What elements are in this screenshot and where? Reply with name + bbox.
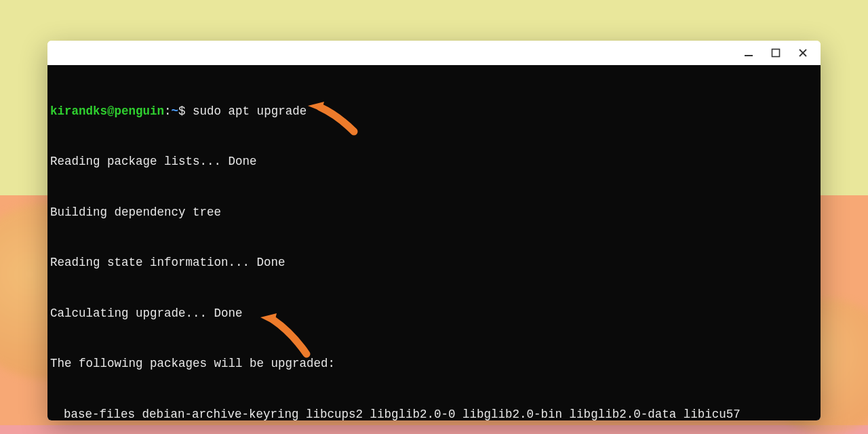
package-list-line: base-files debian-archive-keyring libcup…	[47, 406, 821, 420]
output-line: Reading package lists... Done	[47, 153, 821, 170]
close-icon	[798, 48, 808, 58]
prompt-user-host: kirandks@penguin	[50, 104, 164, 118]
window-titlebar	[47, 41, 821, 65]
command-text: sudo apt upgrade	[193, 104, 307, 118]
output-line: Building dependency tree	[47, 204, 821, 221]
output-line: Reading state information... Done	[47, 254, 821, 271]
prompt-line: kirandks@penguin:~$ sudo apt upgrade	[47, 103, 821, 120]
terminal-window: kirandks@penguin:~$ sudo apt upgrade Rea…	[47, 41, 821, 420]
minimize-icon	[744, 48, 753, 58]
svg-rect-0	[745, 55, 753, 56]
annotation-arrow-icon	[256, 278, 311, 397]
maximize-button[interactable]	[764, 43, 788, 62]
svg-rect-1	[772, 50, 780, 57]
minimize-button[interactable]	[736, 43, 761, 62]
prompt-path: ~	[172, 104, 179, 118]
terminal-viewport[interactable]: kirandks@penguin:~$ sudo apt upgrade Rea…	[47, 65, 821, 420]
close-button[interactable]	[791, 43, 815, 62]
maximize-icon	[771, 48, 781, 58]
output-line: Calculating upgrade... Done	[47, 305, 821, 322]
output-line: The following packages will be upgraded:	[47, 355, 821, 372]
